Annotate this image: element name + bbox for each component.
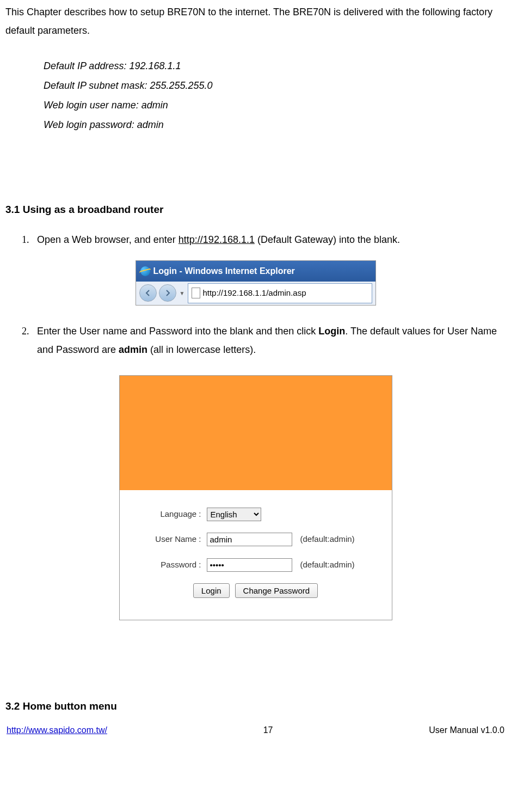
password-input[interactable]	[207, 558, 292, 572]
browser-window: Login - Windows Internet Explorer ▼ http…	[136, 260, 376, 306]
browser-title-text: Login - Windows Internet Explorer	[153, 263, 295, 279]
button-row: Login Change Password	[131, 583, 381, 598]
step-number: 2.	[22, 322, 37, 359]
history-dropdown-icon[interactable]: ▼	[178, 288, 186, 298]
language-row: Language : English	[131, 506, 381, 522]
step-number: 1.	[22, 230, 37, 249]
step2-post: (all in lowercase letters).	[147, 344, 256, 355]
login-button[interactable]: Login	[193, 583, 230, 598]
section-3-2-heading: 3.2 Home button menu	[5, 697, 506, 716]
login-screenshot: Language : English User Name : (default:…	[5, 375, 506, 621]
username-label: User Name :	[131, 532, 207, 547]
login-panel: Language : English User Name : (default:…	[119, 375, 392, 621]
step1-post: (Default Gateway) into the blank.	[255, 234, 400, 245]
username-input[interactable]	[207, 533, 292, 546]
arrow-left-icon	[144, 289, 152, 297]
username-hint: (default:admin)	[300, 532, 355, 547]
page-number: 17	[263, 722, 273, 738]
back-button[interactable]	[139, 284, 157, 302]
step-text: Open a Web browser, and enter http://192…	[37, 230, 506, 249]
step-1: 1. Open a Web browser, and enter http://…	[22, 230, 506, 249]
step2-pre: Enter the User name and Password into th…	[37, 326, 318, 337]
username-row: User Name : (default:admin)	[131, 532, 381, 547]
browser-screenshot: Login - Windows Internet Explorer ▼ http…	[5, 260, 506, 306]
default-password: Web login password: admin	[44, 115, 506, 135]
default-ip: Default IP address: 192.168.1.1	[44, 56, 506, 76]
browser-titlebar: Login - Windows Internet Explorer	[136, 261, 375, 282]
login-form: Language : English User Name : (default:…	[120, 490, 392, 620]
url-bar[interactable]: http://192.168.1.1/admin.asp	[188, 283, 372, 303]
password-hint: (default:admin)	[300, 557, 355, 573]
page-icon	[192, 288, 200, 298]
change-password-button[interactable]: Change Password	[235, 583, 318, 598]
language-label: Language :	[131, 506, 207, 522]
url-text: http://192.168.1.1/admin.asp	[202, 285, 306, 301]
default-username: Web login user name: admin	[44, 95, 506, 115]
intro-text: This Chapter describes how to setup BRE7…	[5, 3, 506, 40]
password-label: Password :	[131, 557, 207, 573]
language-select[interactable]: English	[207, 508, 261, 521]
page-footer: http://www.sapido.com.tw/ 17 User Manual…	[5, 722, 506, 738]
login-bold: Login	[318, 326, 345, 337]
browser-nav: ▼ http://192.168.1.1/admin.asp	[136, 282, 375, 305]
arrow-right-icon	[164, 289, 171, 297]
admin-bold: admin	[119, 344, 147, 355]
footer-url[interactable]: http://www.sapido.com.tw/	[7, 722, 107, 738]
default-gateway-link[interactable]: http://192.168.1.1	[178, 234, 255, 245]
step-2: 2. Enter the User name and Password into…	[22, 322, 506, 359]
login-header-banner	[120, 376, 392, 490]
password-row: Password : (default:admin)	[131, 557, 381, 573]
section-3-1-heading: 3.1 Using as a broadband router	[5, 200, 506, 219]
step1-pre: Open a Web browser, and enter	[37, 234, 178, 245]
factory-defaults: Default IP address: 192.168.1.1 Default …	[44, 56, 506, 135]
manual-version: User Manual v1.0.0	[429, 722, 504, 738]
ie-icon	[140, 266, 150, 276]
default-mask: Default IP subnet mask: 255.255.255.0	[44, 76, 506, 95]
step-text: Enter the User name and Password into th…	[37, 322, 506, 359]
forward-button[interactable]	[159, 284, 176, 302]
